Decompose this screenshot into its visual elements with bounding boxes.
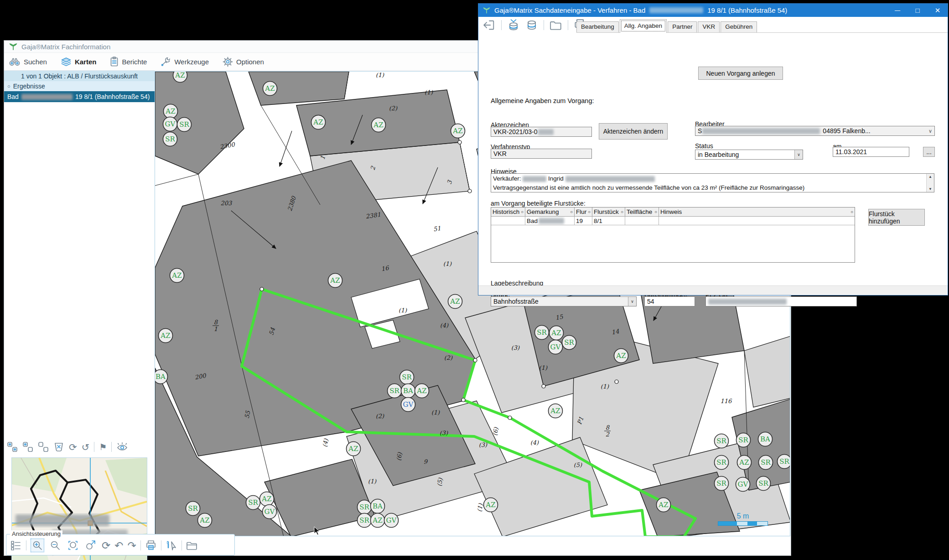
refresh-view-icon[interactable]: ⟳ bbox=[102, 540, 110, 551]
toolbar-berichte[interactable]: Berichte bbox=[110, 57, 147, 67]
am-date-input[interactable]: 11.03.2021 bbox=[833, 147, 909, 157]
col-flurstueck[interactable]: Flurstück ○ bbox=[592, 207, 625, 216]
neuen-vorgang-anlegen-button[interactable]: Neuen Vorgang anlegen bbox=[698, 67, 783, 80]
map-marker-ba[interactable]: BA bbox=[401, 384, 415, 398]
undo-view-icon[interactable]: ↶ bbox=[114, 540, 123, 551]
scroll-up-icon[interactable]: ▲ bbox=[928, 175, 932, 179]
maximize-button[interactable]: □ bbox=[908, 4, 928, 17]
exit-dialog-icon[interactable] bbox=[482, 19, 496, 31]
map-marker-az[interactable]: AZ bbox=[371, 513, 385, 528]
map-marker-az[interactable]: AZ bbox=[164, 104, 178, 119]
verfahrenstyp-input[interactable]: VKR bbox=[491, 149, 592, 159]
sort-circle-icon[interactable]: ○ bbox=[521, 209, 524, 214]
col-teilflaeche[interactable]: Teilfläche ○ bbox=[625, 207, 659, 216]
strasse-select[interactable]: Bahnhofsstraße ∨ bbox=[491, 296, 637, 306]
visibility-eye-icon[interactable] bbox=[116, 442, 128, 452]
map-marker-sr[interactable]: SR bbox=[715, 456, 729, 470]
undo-selection-icon[interactable]: ↺ bbox=[82, 442, 90, 452]
map-marker-az[interactable]: AZ bbox=[311, 115, 326, 130]
aktenzeichen-input[interactable]: VKR-2021/03-0 bbox=[491, 127, 592, 137]
sort-circle-icon[interactable]: ○ bbox=[850, 209, 853, 214]
dialog-titlebar[interactable]: Gaja®Matrix Sachdateneingabe - Verfahren… bbox=[478, 4, 948, 17]
col-flur[interactable]: Flur ○ bbox=[575, 207, 592, 216]
tab-allg-angaben[interactable]: Allg. Angaben bbox=[620, 19, 667, 33]
map-marker-ba[interactable]: BA bbox=[155, 370, 168, 384]
map-marker-az[interactable]: AZ bbox=[173, 72, 187, 83]
scrollbar[interactable]: ▲ ▼ bbox=[926, 174, 934, 192]
map-marker-az[interactable]: AZ bbox=[328, 274, 342, 288]
add-selection-icon[interactable] bbox=[22, 441, 33, 452]
map-marker-az[interactable]: AZ bbox=[484, 498, 498, 512]
toolbar-optionen[interactable]: Optionen bbox=[223, 57, 264, 67]
map-marker-gv[interactable]: GV bbox=[263, 505, 277, 519]
toolbar-werkzeuge[interactable]: Werkzeuge bbox=[161, 57, 209, 67]
save-import-database-icon[interactable] bbox=[507, 19, 520, 31]
map-marker-sr[interactable]: SR bbox=[400, 370, 414, 384]
col-hinweis[interactable]: Hinweis ○ bbox=[659, 207, 855, 216]
chevron-down-icon[interactable]: ∨ bbox=[794, 150, 803, 159]
flurstuecke-table[interactable]: Historisch ○ Gemarkung ○ Flur ○ Flurstüc… bbox=[491, 207, 855, 263]
map-marker-sr[interactable]: SR bbox=[163, 132, 177, 146]
map-marker-gv[interactable]: GV bbox=[384, 513, 399, 528]
remove-selection-icon[interactable] bbox=[38, 441, 49, 452]
am-more-button[interactable]: ... bbox=[923, 147, 935, 157]
map-marker-sr[interactable]: SR bbox=[757, 477, 771, 491]
save-database-icon[interactable] bbox=[525, 19, 538, 31]
map-marker-sr[interactable]: SR bbox=[358, 513, 372, 528]
map-marker-az[interactable]: AZ bbox=[260, 492, 274, 506]
map-marker-sr[interactable]: SR bbox=[736, 433, 751, 447]
col-gemarkung[interactable]: Gemarkung ○ bbox=[525, 207, 575, 216]
sort-circle-icon[interactable]: ○ bbox=[654, 209, 657, 214]
flag-icon[interactable]: ⚑ bbox=[99, 443, 107, 451]
toolbar-karten[interactable]: Karten bbox=[61, 57, 97, 67]
map-marker-sr[interactable]: SR bbox=[715, 434, 729, 448]
hinweise-textarea[interactable]: Verkäufer: Ingrid Vertragsgegenstand ist… bbox=[491, 173, 934, 192]
zoom-extent-tool[interactable] bbox=[66, 539, 80, 552]
redo-view-icon[interactable]: ↷ bbox=[128, 540, 136, 551]
map-marker-sr[interactable]: SR bbox=[562, 336, 576, 350]
map-marker-sr[interactable]: SR bbox=[358, 500, 372, 514]
status-select[interactable]: in Bearbeitung ∨ bbox=[695, 150, 803, 160]
table-row[interactable]: Bad 19 8/1 bbox=[491, 217, 855, 225]
print-map-icon[interactable] bbox=[145, 540, 157, 551]
map-marker-gv[interactable]: GV bbox=[736, 477, 750, 492]
map-marker-az[interactable]: AZ bbox=[170, 269, 184, 283]
tab-gebuehren[interactable]: Gebühren bbox=[721, 21, 757, 32]
map-marker-sr[interactable]: SR bbox=[246, 496, 260, 510]
map-marker-az[interactable]: AZ bbox=[263, 82, 277, 96]
identify-cursor-icon[interactable] bbox=[166, 540, 177, 551]
map-marker-gv[interactable]: GV bbox=[549, 340, 563, 354]
result-item-selected[interactable]: Bad 19 8/1 (Bahnhofstraße 54) bbox=[4, 91, 155, 102]
flurstueck-hinzufuegen-button[interactable]: Flurstück hinzufügen bbox=[868, 209, 925, 226]
minimize-button[interactable]: — bbox=[887, 4, 908, 17]
map-marker-sr[interactable]: SR bbox=[778, 455, 791, 469]
scroll-down-icon[interactable]: ▼ bbox=[928, 187, 932, 191]
chevron-down-icon[interactable]: ∨ bbox=[927, 128, 932, 134]
legend-list-icon[interactable] bbox=[10, 540, 22, 551]
toolbar-suchen[interactable]: Suchen bbox=[9, 57, 47, 66]
map-marker-ba[interactable]: BA bbox=[758, 432, 773, 446]
close-button[interactable]: ✕ bbox=[928, 4, 948, 17]
results-group-row[interactable]: ○ Ergebnisse bbox=[4, 81, 155, 91]
map-marker-sr[interactable]: SR bbox=[535, 326, 549, 340]
open-folder-icon[interactable] bbox=[186, 540, 198, 551]
map-marker-sr[interactable]: SR bbox=[715, 477, 729, 491]
map-marker-az[interactable]: AZ bbox=[415, 384, 429, 398]
map-marker-sr[interactable]: SR bbox=[177, 118, 192, 132]
pan-zoom-tool[interactable] bbox=[84, 539, 98, 552]
map-marker-az[interactable]: AZ bbox=[159, 329, 173, 343]
chevron-down-icon[interactable]: ∨ bbox=[628, 297, 636, 306]
refresh-selection-icon[interactable]: ⟳ bbox=[69, 442, 77, 452]
sort-circle-icon[interactable]: ○ bbox=[621, 209, 623, 214]
sort-circle-icon[interactable]: ○ bbox=[570, 209, 573, 214]
clear-selection-trash-icon[interactable] bbox=[53, 441, 64, 452]
col-historisch[interactable]: Historisch ○ bbox=[491, 207, 525, 216]
map-marker-ba[interactable]: BA bbox=[371, 499, 385, 513]
map-marker-az[interactable]: AZ bbox=[737, 456, 752, 470]
map-marker-az[interactable]: AZ bbox=[549, 404, 563, 418]
map-marker-az[interactable]: AZ bbox=[550, 326, 564, 340]
map-marker-az[interactable]: AZ bbox=[198, 513, 212, 528]
map-marker-az[interactable]: AZ bbox=[372, 118, 386, 132]
hausnummer-input[interactable]: 54 bbox=[644, 296, 695, 306]
open-folder-icon[interactable] bbox=[550, 19, 562, 31]
